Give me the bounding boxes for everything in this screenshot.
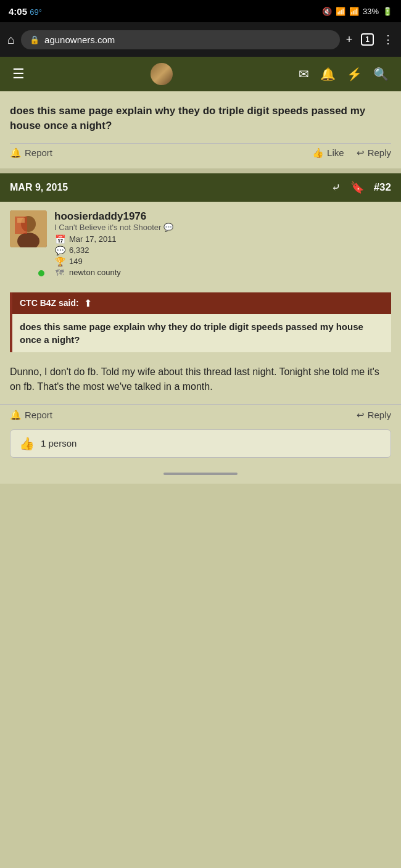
temp-display: 69° — [30, 7, 42, 17]
lock-icon: 🔒 — [30, 35, 39, 44]
status-time: 4:05 69° — [9, 6, 42, 17]
user-avatar-wrap — [10, 210, 47, 279]
like-section: 👍 1 person — [10, 429, 391, 458]
nav-avatar[interactable] — [151, 63, 173, 85]
scroll-area — [0, 461, 401, 484]
report-button[interactable]: 🔔 Report — [10, 147, 312, 159]
second-report-label: Report — [25, 410, 52, 420]
section-divider — [0, 168, 401, 173]
quote-author: CTC B4Z said: — [20, 298, 79, 308]
url-text: agunowners.com — [44, 35, 115, 45]
svg-rect-5 — [17, 218, 25, 223]
reply-label: Reply — [368, 147, 391, 158]
trophy-count: 149 — [69, 257, 83, 266]
browser-bar: ⌂ 🔒 agunowners.com + 1 ⋮ — [0, 22, 401, 57]
content-area: does this same page explain why they do … — [0, 91, 401, 484]
bell-report-icon: 🔔 — [10, 147, 22, 159]
thumbs-up-icon: 👍 — [312, 147, 324, 159]
add-tab-icon[interactable]: + — [346, 33, 353, 46]
username[interactable]: hoosierdaddy1976 — [54, 210, 391, 223]
scroll-indicator — [163, 473, 238, 475]
post-header: MAR 9, 2015 ⤶ 🔖 #32 — [0, 173, 401, 202]
second-post-actions: 🔔 Report ↩ Reply — [0, 404, 401, 426]
user-section: hoosierdaddy1976 I Can't Believe it's no… — [0, 202, 401, 287]
nav-bar: ☰ ✉ 🔔 ⚡ 🔍 — [0, 57, 401, 91]
like-label: Like — [327, 147, 344, 158]
browser-actions: + 1 ⋮ — [346, 33, 394, 46]
battery-icon: 🔋 — [382, 7, 392, 16]
user-avatar — [10, 210, 47, 247]
post-date: MAR 9, 2015 — [10, 182, 68, 193]
trophy-row: 🏆 149 — [54, 257, 391, 267]
reply-icon: ↩ — [357, 147, 365, 159]
speech-icon: 💬 — [163, 223, 173, 232]
location-row: 🗺 newton county — [54, 268, 391, 278]
battery-display: 33% — [363, 7, 379, 16]
hamburger-icon[interactable]: ☰ — [12, 66, 25, 82]
quote-text: does this same page explain why they do … — [20, 320, 384, 346]
bell-icon[interactable]: 🔔 — [320, 67, 336, 81]
report-label: Report — [25, 147, 52, 158]
home-icon[interactable]: ⌂ — [7, 33, 15, 47]
user-stats: 📅 Mar 17, 2011 💬 6,332 🏆 149 🗺 newton co… — [54, 234, 391, 278]
reply-icon-2: ↩ — [357, 410, 365, 421]
second-reply-label: Reply — [368, 410, 391, 420]
bookmark-icon[interactable]: 🔖 — [350, 181, 364, 194]
posts-row: 💬 6,332 — [54, 246, 391, 255]
signal-icon: 📶 — [349, 7, 359, 16]
user-info: hoosierdaddy1976 I Can't Believe it's no… — [54, 210, 391, 279]
posts-count: 6,332 — [69, 246, 89, 255]
first-post-actions: 🔔 Report 👍 Like ↩ Reply — [10, 143, 391, 162]
post-number: #32 — [374, 181, 391, 194]
quote-header: CTC B4Z said: ⬆ — [12, 292, 391, 314]
map-icon: 🗺 — [54, 268, 65, 278]
flash-icon[interactable]: ⚡ — [347, 67, 362, 81]
like-count-text: 1 person — [41, 438, 76, 448]
menu-icon[interactable]: ⋮ — [382, 33, 394, 46]
nav-icons: ✉ 🔔 ⚡ 🔍 — [299, 67, 389, 81]
like-button[interactable]: 👍 Like — [312, 147, 344, 159]
second-reply-button[interactable]: ↩ Reply — [357, 410, 391, 421]
wifi-icon: 📶 — [336, 7, 345, 16]
join-date-row: 📅 Mar 17, 2011 — [54, 234, 391, 244]
first-post-text: does this same page explain why they do … — [10, 104, 391, 133]
mail-icon[interactable]: ✉ — [299, 67, 309, 81]
quote-body: does this same page explain why they do … — [12, 314, 391, 352]
quote-up-icon[interactable]: ⬆ — [84, 297, 92, 309]
second-report-button[interactable]: 🔔 Report — [10, 410, 183, 421]
avatar-image — [151, 63, 173, 85]
quote-block: CTC B4Z said: ⬆ does this same page expl… — [10, 292, 391, 352]
posts-icon: 💬 — [54, 246, 65, 255]
user-title: I Can't Believe it's not Shooter 💬 — [54, 223, 391, 232]
join-date: Mar 17, 2011 — [69, 234, 117, 244]
calendar-icon: 📅 — [54, 234, 65, 244]
location-text: newton county — [69, 268, 121, 277]
post-header-icons: ⤶ 🔖 #32 — [331, 181, 391, 194]
status-icons: 🔇 📶 📶 33% 🔋 — [322, 7, 392, 16]
search-icon[interactable]: 🔍 — [373, 67, 389, 81]
like-thumb-icon[interactable]: 👍 — [19, 436, 35, 451]
reply-button[interactable]: ↩ Reply — [357, 147, 391, 159]
avatar-svg — [10, 210, 47, 247]
first-post: does this same page explain why they do … — [0, 91, 401, 168]
time-display: 4:05 — [9, 6, 27, 17]
bell-report-icon-2: 🔔 — [10, 410, 22, 421]
trophy-icon: 🏆 — [54, 257, 65, 267]
status-bar: 4:05 69° 🔇 📶 📶 33% 🔋 — [0, 0, 401, 22]
url-bar[interactable]: 🔒 agunowners.com — [21, 30, 340, 49]
share-icon[interactable]: ⤶ — [331, 181, 341, 194]
online-indicator — [37, 269, 46, 278]
reply-content: Dunno, I don't do fb. Told my wife about… — [0, 358, 401, 404]
mute-icon: 🔇 — [322, 7, 332, 16]
tab-count[interactable]: 1 — [361, 33, 374, 46]
